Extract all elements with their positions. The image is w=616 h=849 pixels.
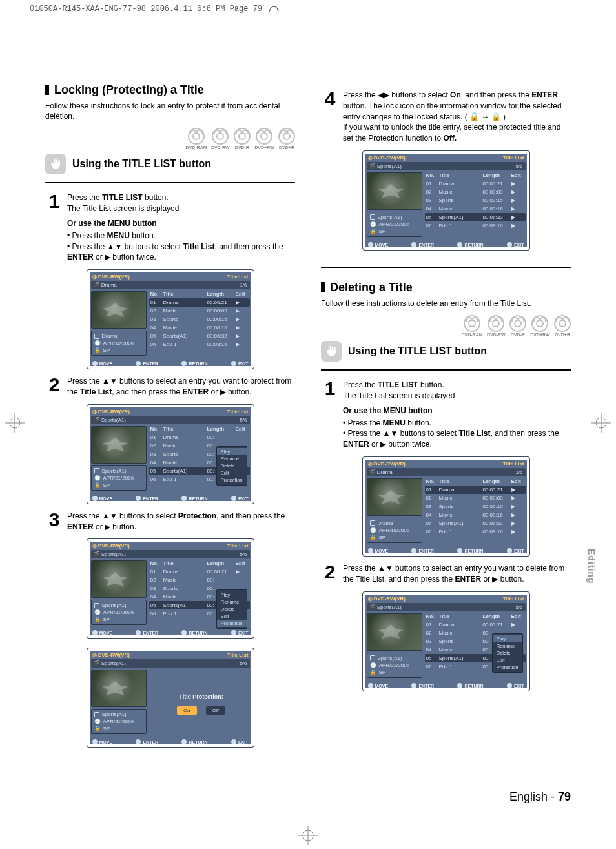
protection-off: Off — [206, 706, 226, 715]
osd-titlelist-drama: DVD-RW(VR)Title List 🎬 Drama1/6 Drama 🕘A… — [87, 269, 254, 369]
page-number: English - 79 — [509, 790, 571, 804]
osd-titlelist-sports-play: DVD-RW(VR)Title List 🎬 Sports(A1)5/6 Spo… — [87, 404, 254, 504]
thumbnail — [91, 291, 147, 329]
section-title-locking: Locking (Protecting) a Title — [45, 83, 295, 97]
step-number: 1 — [45, 192, 63, 263]
step-2: 2 Press the ▲▼ buttons to select an entr… — [45, 376, 295, 398]
divider — [45, 182, 295, 183]
context-menu: Play Rename Delete Edit Protection — [492, 633, 523, 673]
osd-titlelist-locked: DVD-RW(VR)Title List 🎬 Sports(A1)5/6 Spo… — [362, 150, 530, 251]
osd-titlelist-drama-del: DVD-RW(VR)Title List 🎬 Drama1/6 Drama 🕘A… — [362, 456, 530, 557]
osd-title-protection: DVD-RW(VR)Title List 🎬 Sports(A1)5/6 Spo… — [87, 648, 254, 748]
using-title-list: Using the TITLE LIST button — [348, 345, 487, 357]
osd-titlelist-sports-del: DVD-RW(VR)Title List 🎬 Sports(A1)5/6 Spo… — [362, 591, 530, 691]
step-1: 1 Press the TITLE LIST button. The Title… — [45, 192, 295, 263]
print-header: 01050A-R145-XAA-ENG-77-98 2006.4.11 6:6 … — [0, 0, 616, 14]
meta-box: Drama 🕘APR/19/2006 🔓SP — [91, 331, 147, 356]
right-column: 4 Press the ◀▶ buttons to select On, and… — [321, 83, 571, 748]
context-menu: Play Rename Delete Edit Protection — [216, 589, 247, 629]
section-desc-locking: Follow these instructions to lock an ent… — [45, 101, 295, 121]
disc-compat-row: DVD-RAM DVD-RW DVD-R DVD+RW DVD+R — [321, 315, 571, 337]
del-step-1: 1 Press the TITLE LIST button. The Title… — [321, 380, 571, 450]
hand-press-icon — [45, 154, 66, 174]
section-title-deleting: Deleting a Title — [321, 281, 571, 294]
divider — [321, 267, 571, 268]
using-title-list: Using the TITLE LIST button — [72, 158, 211, 170]
context-menu: Play Rename Delete Edit Protection — [216, 446, 247, 486]
chapter-tab: Editing — [586, 549, 597, 584]
osd-titlelist-sports-protection: DVD-RW(VR)Title List 🎬 Sports(A1)5/6 Spo… — [87, 538, 254, 639]
hand-press-icon — [321, 341, 342, 362]
step-3: 3 Press the ▲▼ buttons to select Protect… — [45, 511, 295, 533]
disc-compat-row: DVD-RAM DVD-RW DVD-R DVD+RW DVD+R — [45, 128, 295, 150]
section-desc-deleting: Follow these instructions to delete an e… — [321, 298, 571, 309]
del-step-2: 2 Press the ▲▼ buttons to select an entr… — [321, 563, 571, 585]
divider — [321, 369, 571, 371]
page-fold-icon — [268, 4, 280, 13]
step-4: 4 Press the ◀▶ buttons to select On, and… — [321, 90, 571, 144]
left-column: Locking (Protecting) a Title Follow thes… — [45, 83, 295, 748]
protection-on: On — [177, 706, 197, 715]
